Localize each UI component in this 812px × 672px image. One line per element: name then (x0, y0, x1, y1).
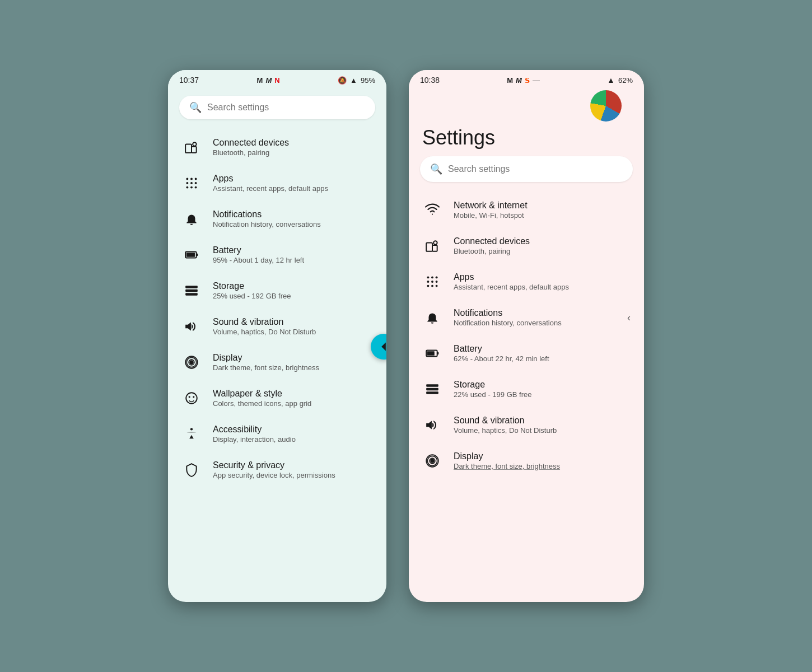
page-title-right: Settings (409, 122, 644, 156)
battery-icon-left (181, 245, 202, 265)
search-bar-right[interactable]: 🔍 (420, 156, 633, 182)
network-title-right: Network & internet (454, 200, 528, 211)
network-text-right: Network & internet Mobile, Wi-Fi, hotspo… (454, 200, 528, 220)
wallpaper-title-left: Wallpaper & style (213, 389, 311, 399)
settings-item-battery-right[interactable]: Battery 62% - About 22 hr, 42 min left (409, 335, 644, 371)
svg-point-26 (433, 241, 437, 245)
access-title-left: Accessibility (213, 424, 296, 435)
connected-subtitle-left: Bluetooth, pairing (213, 148, 289, 157)
sound-title-right: Sound & vibration (454, 416, 557, 426)
storage-text-left: Storage 25% used - 192 GB free (213, 281, 291, 300)
dash-icon-right: — (533, 76, 540, 85)
connected-text-left: Connected devices Bluetooth, pairing (213, 138, 289, 157)
svg-point-7 (190, 182, 193, 184)
chevron-right-notif: ‹ (627, 312, 631, 324)
svg-point-2 (193, 142, 197, 146)
svg-point-11 (195, 186, 197, 189)
strava-icon-right: 𝗦 (525, 76, 530, 85)
status-right-right: ▲ 62% (607, 76, 633, 85)
svg-point-33 (427, 285, 429, 287)
time-right: 10:38 (420, 76, 440, 85)
settings-item-sound-right[interactable]: Sound & vibration Volume, haptics, Do No… (409, 407, 644, 443)
settings-item-security-left[interactable]: Security & privacy App security, device … (168, 452, 386, 488)
svg-point-29 (436, 276, 438, 278)
storage-text-right: Storage 22% used - 199 GB free (454, 380, 531, 399)
settings-item-storage-left[interactable]: Storage 25% used - 192 GB free (168, 273, 386, 309)
settings-list-right: Network & internet Mobile, Wi-Fi, hotspo… (409, 188, 644, 602)
search-icon-right: 🔍 (430, 163, 442, 175)
settings-item-display-left[interactable]: Display Dark theme, font size, brightnes… (168, 344, 386, 380)
profile-avatar[interactable] (590, 90, 622, 122)
sound-subtitle-left: Volume, haptics, Do Not Disturb (213, 328, 316, 336)
search-bar-left[interactable]: 🔍 (179, 96, 375, 119)
notif-text-right: Notifications Notification history, conv… (454, 308, 562, 327)
svg-rect-25 (432, 245, 437, 251)
svg-rect-16 (185, 290, 198, 292)
settings-item-notif-left[interactable]: Notifications Notification history, conv… (168, 201, 386, 237)
connected-title-left: Connected devices (213, 138, 289, 148)
svg-rect-37 (437, 352, 439, 354)
access-text-left: Accessibility Display, interaction, audi… (213, 424, 296, 444)
battery-subtitle-left: 95% - About 1 day, 12 hr left (213, 256, 304, 264)
svg-point-19 (189, 360, 194, 365)
notif-text-left: Notifications Notification history, conv… (213, 209, 321, 228)
svg-point-27 (427, 276, 429, 278)
settings-item-wallpaper-left[interactable]: Wallpaper & style Colors, themed icons, … (168, 380, 386, 416)
security-icon-left (181, 460, 202, 480)
display-subtitle-right: Dark theme, font size, brightness (454, 462, 560, 470)
settings-item-network-right[interactable]: Network & internet Mobile, Wi-Fi, hotspo… (409, 192, 644, 228)
settings-item-sound-left[interactable]: Sound & vibration Volume, haptics, Do No… (168, 309, 386, 344)
mail2-icon-left: M (265, 76, 272, 85)
svg-rect-41 (426, 391, 438, 394)
apps-subtitle-left: Assistant, recent apps, default apps (213, 184, 328, 193)
connected-title-right: Connected devices (454, 236, 530, 246)
settings-item-storage-right[interactable]: Storage 22% used - 199 GB free (409, 371, 644, 407)
svg-marker-18 (185, 322, 191, 330)
connected-text-right: Connected devices Bluetooth, pairing (454, 236, 530, 255)
settings-item-display-right[interactable]: Display Dark theme, font size, brightnes… (409, 443, 644, 479)
battery-subtitle-right: 62% - About 22 hr, 42 min left (454, 354, 549, 363)
notif-subtitle-right: Notification history, conversations (454, 319, 562, 327)
settings-item-apps-left[interactable]: Apps Assistant, recent apps, default app… (168, 165, 386, 201)
notif-icon-right (422, 307, 442, 328)
svg-point-8 (195, 182, 197, 184)
svg-rect-0 (185, 144, 192, 153)
search-input-left[interactable] (207, 102, 365, 113)
settings-item-connected-left[interactable]: Connected devices Bluetooth, pairing (168, 129, 386, 165)
settings-list-left: Connected devices Bluetooth, pairing App… (168, 125, 386, 602)
svg-point-4 (190, 178, 193, 180)
sound-title-left: Sound & vibration (213, 317, 316, 327)
settings-item-connected-right[interactable]: Connected devices Bluetooth, pairing (409, 228, 644, 264)
svg-point-28 (431, 276, 433, 278)
connected-icon-right (422, 236, 442, 256)
battery-left: 95% (361, 76, 375, 85)
display-icon-right (422, 451, 442, 471)
display-icon-left (181, 352, 202, 372)
wallpaper-text-left: Wallpaper & style Colors, themed icons, … (213, 389, 311, 408)
apps-title-right: Apps (454, 272, 569, 282)
right-phone: 10:38 M M 𝗦 — ▲ 62% Settings 🔍 Network &… (409, 70, 644, 602)
settings-item-battery-left[interactable]: Battery 95% - About 1 day, 12 hr left (168, 237, 386, 273)
status-bar-right: 10:38 M M 𝗦 — ▲ 62% (409, 70, 644, 88)
svg-point-10 (190, 186, 193, 189)
wifi-icon-left: ▲ (350, 76, 357, 85)
svg-point-5 (195, 178, 197, 180)
svg-rect-15 (185, 286, 198, 288)
battery-title-right: Battery (454, 344, 549, 354)
search-input-right[interactable] (448, 164, 623, 174)
settings-item-apps-right[interactable]: Apps Assistant, recent apps, default app… (409, 264, 644, 300)
battery-icon-right (422, 343, 442, 363)
search-icon-left: 🔍 (189, 101, 202, 114)
storage-subtitle-left: 25% used - 192 GB free (213, 292, 291, 300)
settings-item-access-left[interactable]: Accessibility Display, interaction, audi… (168, 416, 386, 452)
mail-icon-right: M (507, 76, 513, 85)
storage-subtitle-right: 22% used - 199 GB free (454, 390, 531, 399)
connected-icon-left (181, 137, 202, 157)
storage-icon-left (181, 281, 202, 301)
svg-point-6 (186, 182, 188, 184)
display-title-right: Display (454, 451, 560, 461)
storage-title-right: Storage (454, 380, 531, 390)
svg-rect-24 (426, 243, 432, 251)
wallpaper-subtitle-left: Colors, themed icons, app grid (213, 399, 311, 408)
settings-item-notif-right[interactable]: Notifications Notification history, conv… (409, 300, 644, 335)
